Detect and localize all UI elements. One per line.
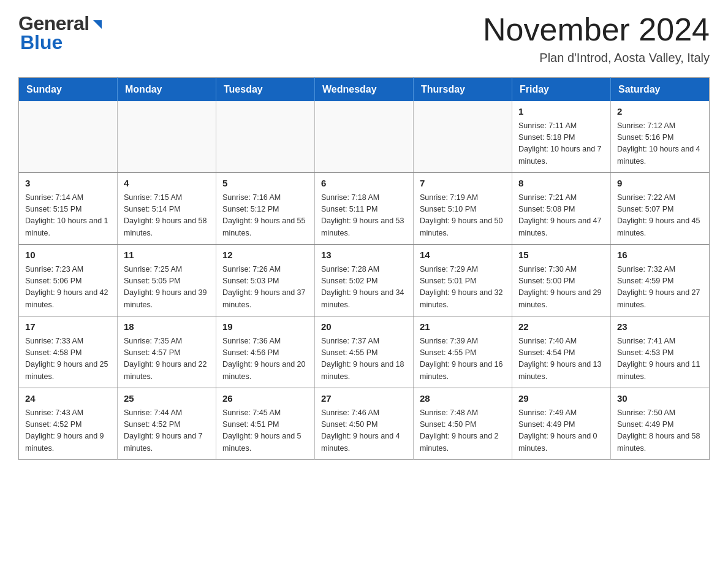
day-sun-info: Sunrise: 7:46 AM Sunset: 4:50 PM Dayligh…: [321, 407, 407, 455]
calendar-header-row: SundayMondayTuesdayWednesdayThursdayFrid…: [19, 78, 710, 102]
calendar-cell: 28Sunrise: 7:48 AM Sunset: 4:50 PM Dayli…: [414, 388, 512, 460]
calendar-cell: 13Sunrise: 7:28 AM Sunset: 5:02 PM Dayli…: [315, 245, 414, 316]
calendar-cell: 1Sunrise: 7:11 AM Sunset: 5:18 PM Daylig…: [512, 101, 611, 173]
calendar-week-row: 10Sunrise: 7:23 AM Sunset: 5:06 PM Dayli…: [19, 245, 710, 316]
day-number: 1: [518, 105, 604, 119]
svg-marker-0: [93, 20, 102, 29]
calendar-cell: 15Sunrise: 7:30 AM Sunset: 5:00 PM Dayli…: [512, 245, 611, 316]
month-year-title: November 2024: [483, 12, 710, 47]
location-subtitle: Plan d'Introd, Aosta Valley, Italy: [483, 51, 710, 65]
calendar-table: SundayMondayTuesdayWednesdayThursdayFrid…: [18, 77, 710, 460]
day-number: 5: [222, 177, 308, 191]
day-number: 26: [222, 392, 308, 406]
day-number: 4: [124, 177, 210, 191]
day-number: 3: [25, 177, 111, 191]
calendar-cell: 20Sunrise: 7:37 AM Sunset: 4:55 PM Dayli…: [315, 316, 414, 388]
weekday-header-saturday: Saturday: [611, 78, 710, 102]
calendar-cell: [414, 101, 512, 173]
calendar-cell: 11Sunrise: 7:25 AM Sunset: 5:05 PM Dayli…: [118, 245, 216, 316]
calendar-cell: 6Sunrise: 7:18 AM Sunset: 5:11 PM Daylig…: [315, 173, 414, 245]
calendar-cell: 21Sunrise: 7:39 AM Sunset: 4:55 PM Dayli…: [414, 316, 512, 388]
day-sun-info: Sunrise: 7:25 AM Sunset: 5:05 PM Dayligh…: [124, 264, 210, 312]
calendar-cell: 27Sunrise: 7:46 AM Sunset: 4:50 PM Dayli…: [315, 388, 414, 460]
day-number: 8: [518, 177, 604, 191]
day-sun-info: Sunrise: 7:36 AM Sunset: 4:56 PM Dayligh…: [222, 335, 308, 383]
day-number: 18: [124, 320, 210, 334]
calendar-cell: [315, 101, 414, 173]
day-number: 9: [617, 177, 703, 191]
day-sun-info: Sunrise: 7:43 AM Sunset: 4:52 PM Dayligh…: [25, 407, 111, 455]
day-sun-info: Sunrise: 7:39 AM Sunset: 4:55 PM Dayligh…: [420, 335, 506, 383]
day-number: 6: [321, 177, 407, 191]
day-sun-info: Sunrise: 7:50 AM Sunset: 4:49 PM Dayligh…: [617, 407, 703, 455]
day-number: 15: [518, 248, 604, 262]
calendar-week-row: 17Sunrise: 7:33 AM Sunset: 4:58 PM Dayli…: [19, 316, 710, 388]
calendar-cell: 5Sunrise: 7:16 AM Sunset: 5:12 PM Daylig…: [216, 173, 315, 245]
calendar-cell: 19Sunrise: 7:36 AM Sunset: 4:56 PM Dayli…: [216, 316, 315, 388]
day-number: 23: [617, 320, 703, 334]
calendar-cell: 17Sunrise: 7:33 AM Sunset: 4:58 PM Dayli…: [19, 316, 118, 388]
calendar-cell: 7Sunrise: 7:19 AM Sunset: 5:10 PM Daylig…: [414, 173, 512, 245]
page-header: General Blue November 2024 Plan d'Introd…: [18, 12, 710, 65]
weekday-header-thursday: Thursday: [414, 78, 512, 102]
calendar-cell: 2Sunrise: 7:12 AM Sunset: 5:16 PM Daylig…: [611, 101, 710, 173]
day-number: 17: [25, 320, 111, 334]
weekday-header-friday: Friday: [512, 78, 611, 102]
day-sun-info: Sunrise: 7:14 AM Sunset: 5:15 PM Dayligh…: [25, 192, 111, 240]
calendar-cell: 26Sunrise: 7:45 AM Sunset: 4:51 PM Dayli…: [216, 388, 315, 460]
calendar-cell: 8Sunrise: 7:21 AM Sunset: 5:08 PM Daylig…: [512, 173, 611, 245]
logo: General Blue: [18, 12, 104, 54]
calendar-cell: [216, 101, 315, 173]
day-number: 13: [321, 248, 407, 262]
day-number: 11: [124, 248, 210, 262]
logo-blue-text: Blue: [18, 31, 63, 54]
day-sun-info: Sunrise: 7:21 AM Sunset: 5:08 PM Dayligh…: [518, 192, 604, 240]
day-number: 30: [617, 392, 703, 406]
day-sun-info: Sunrise: 7:45 AM Sunset: 4:51 PM Dayligh…: [222, 407, 308, 455]
day-number: 21: [420, 320, 506, 334]
day-sun-info: Sunrise: 7:35 AM Sunset: 4:57 PM Dayligh…: [124, 335, 210, 383]
logo-triangle-icon: [91, 18, 104, 31]
weekday-header-tuesday: Tuesday: [216, 78, 315, 102]
day-number: 12: [222, 248, 308, 262]
day-sun-info: Sunrise: 7:44 AM Sunset: 4:52 PM Dayligh…: [124, 407, 210, 455]
day-sun-info: Sunrise: 7:28 AM Sunset: 5:02 PM Dayligh…: [321, 264, 407, 312]
calendar-cell: 29Sunrise: 7:49 AM Sunset: 4:49 PM Dayli…: [512, 388, 611, 460]
day-sun-info: Sunrise: 7:49 AM Sunset: 4:49 PM Dayligh…: [518, 407, 604, 455]
calendar-cell: 4Sunrise: 7:15 AM Sunset: 5:14 PM Daylig…: [118, 173, 216, 245]
day-sun-info: Sunrise: 7:41 AM Sunset: 4:53 PM Dayligh…: [617, 335, 703, 383]
calendar-cell: 24Sunrise: 7:43 AM Sunset: 4:52 PM Dayli…: [19, 388, 118, 460]
calendar-cell: 10Sunrise: 7:23 AM Sunset: 5:06 PM Dayli…: [19, 245, 118, 316]
day-number: 27: [321, 392, 407, 406]
title-section: November 2024 Plan d'Introd, Aosta Valle…: [483, 12, 710, 65]
day-number: 29: [518, 392, 604, 406]
day-number: 19: [222, 320, 308, 334]
day-number: 14: [420, 248, 506, 262]
day-sun-info: Sunrise: 7:48 AM Sunset: 4:50 PM Dayligh…: [420, 407, 506, 455]
calendar-week-row: 1Sunrise: 7:11 AM Sunset: 5:18 PM Daylig…: [19, 101, 710, 173]
calendar-cell: 30Sunrise: 7:50 AM Sunset: 4:49 PM Dayli…: [611, 388, 710, 460]
day-sun-info: Sunrise: 7:22 AM Sunset: 5:07 PM Dayligh…: [617, 192, 703, 240]
day-sun-info: Sunrise: 7:26 AM Sunset: 5:03 PM Dayligh…: [222, 264, 308, 312]
day-sun-info: Sunrise: 7:37 AM Sunset: 4:55 PM Dayligh…: [321, 335, 407, 383]
day-sun-info: Sunrise: 7:32 AM Sunset: 4:59 PM Dayligh…: [617, 264, 703, 312]
calendar-cell: 22Sunrise: 7:40 AM Sunset: 4:54 PM Dayli…: [512, 316, 611, 388]
calendar-cell: 23Sunrise: 7:41 AM Sunset: 4:53 PM Dayli…: [611, 316, 710, 388]
day-sun-info: Sunrise: 7:18 AM Sunset: 5:11 PM Dayligh…: [321, 192, 407, 240]
calendar-cell: 3Sunrise: 7:14 AM Sunset: 5:15 PM Daylig…: [19, 173, 118, 245]
calendar-cell: [118, 101, 216, 173]
day-sun-info: Sunrise: 7:15 AM Sunset: 5:14 PM Dayligh…: [124, 192, 210, 240]
day-number: 28: [420, 392, 506, 406]
day-number: 24: [25, 392, 111, 406]
day-number: 10: [25, 248, 111, 262]
weekday-header-wednesday: Wednesday: [315, 78, 414, 102]
day-sun-info: Sunrise: 7:16 AM Sunset: 5:12 PM Dayligh…: [222, 192, 308, 240]
calendar-cell: 12Sunrise: 7:26 AM Sunset: 5:03 PM Dayli…: [216, 245, 315, 316]
day-sun-info: Sunrise: 7:23 AM Sunset: 5:06 PM Dayligh…: [25, 264, 111, 312]
day-number: 7: [420, 177, 506, 191]
day-number: 2: [617, 105, 703, 119]
day-number: 25: [124, 392, 210, 406]
weekday-header-sunday: Sunday: [19, 78, 118, 102]
day-number: 16: [617, 248, 703, 262]
calendar-cell: 18Sunrise: 7:35 AM Sunset: 4:57 PM Dayli…: [118, 316, 216, 388]
